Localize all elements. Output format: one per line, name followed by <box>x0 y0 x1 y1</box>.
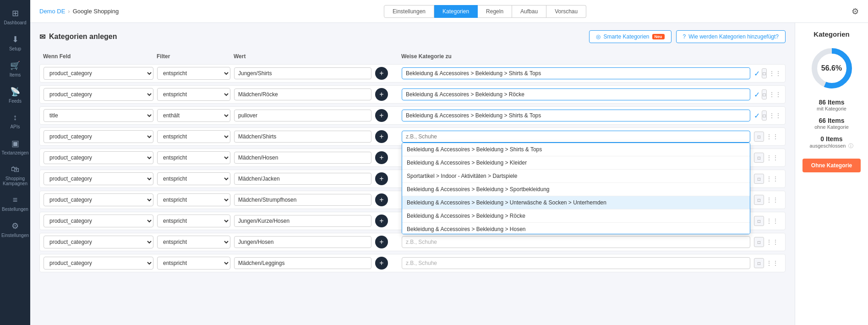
value-input-1[interactable] <box>234 67 371 79</box>
field-select-10[interactable]: product_category <box>44 257 153 270</box>
add-btn-10[interactable]: + <box>375 257 388 270</box>
nav-step-vorschau[interactable]: Vorschau <box>546 5 586 18</box>
drag-icon-2[interactable]: ⋮⋮ <box>769 91 781 98</box>
row-actions-9: □ ⋮⋮ <box>754 237 781 247</box>
field-select-4[interactable]: product_category <box>44 130 153 143</box>
filter-select-1[interactable]: entspricht <box>157 67 230 80</box>
sidebar-item-textanzeigen[interactable]: ▣ Textanzeigen <box>0 134 30 160</box>
value-input-7[interactable] <box>234 194 371 206</box>
field-select-7[interactable]: product_category <box>44 193 153 206</box>
topbar-right: ⚙ <box>852 6 859 17</box>
filter-select-6[interactable]: entspricht <box>157 172 230 185</box>
filter-select-8[interactable]: entspricht <box>157 215 230 227</box>
field-select-6[interactable]: product_category <box>44 172 153 185</box>
sidebar-item-items[interactable]: 🛒 Items <box>0 56 30 82</box>
drag-icon-5[interactable]: ⋮⋮ <box>766 154 779 161</box>
filter-select-3[interactable]: enthält <box>157 109 230 122</box>
value-input-4[interactable] <box>234 131 371 143</box>
category-input-10[interactable] <box>402 257 750 269</box>
drag-icon-4[interactable]: ⋮⋮ <box>766 133 779 140</box>
value-input-10[interactable] <box>234 257 371 269</box>
row-options-5[interactable]: □ <box>754 153 764 163</box>
field-select-9[interactable]: product_category <box>44 236 153 248</box>
add-btn-6[interactable]: + <box>375 172 388 185</box>
value-input-2[interactable] <box>234 88 371 100</box>
dropdown-item-5[interactable]: Bekleidung & Accessoires > Bekleidung > … <box>402 196 750 209</box>
add-btn-2[interactable]: + <box>375 88 388 101</box>
filter-select-7[interactable]: entspricht <box>157 193 230 206</box>
field-select-2[interactable]: product_category <box>44 88 153 101</box>
sidebar-item-apis[interactable]: ↕ APIs <box>0 108 30 134</box>
dropdown-item-7[interactable]: Bekleidung & Accessoires > Bekleidung > … <box>402 223 750 234</box>
add-btn-3[interactable]: + <box>375 109 388 122</box>
sidebar-item-einstellungen[interactable]: ⚙ Einstellungen <box>0 216 30 242</box>
field-select-5[interactable]: product_category <box>44 151 153 164</box>
value-input-3[interactable] <box>234 110 371 121</box>
add-btn-1[interactable]: + <box>375 67 388 80</box>
drag-icon-6[interactable]: ⋮⋮ <box>766 175 779 182</box>
row-options-10[interactable]: □ <box>754 258 764 268</box>
dropdown-item-1[interactable]: Bekleidung & Accessoires > Bekleidung > … <box>402 143 750 156</box>
value-input-5[interactable] <box>234 152 371 164</box>
help-button[interactable]: ? Wie werden Kategorien hinzugefügt? <box>676 30 786 43</box>
add-btn-8[interactable]: + <box>375 215 388 227</box>
sidebar-item-setup[interactable]: ⬇ Setup <box>0 30 30 56</box>
category-input-4[interactable] <box>402 131 750 143</box>
drag-icon-7[interactable]: ⋮⋮ <box>766 196 779 204</box>
dropdown-item-6[interactable]: Bekleidung & Accessoires > Bekleidung > … <box>402 209 750 223</box>
add-btn-9[interactable]: + <box>375 236 388 248</box>
filter-select-2[interactable]: entspricht <box>157 88 230 101</box>
row-options-1[interactable]: □ <box>762 68 767 78</box>
add-btn-4[interactable]: + <box>375 130 388 143</box>
filter-select-5[interactable]: entspricht <box>157 151 230 164</box>
nav-step-einstellungen[interactable]: Einstellungen <box>384 5 434 18</box>
dashboard-icon: ⊞ <box>12 8 19 18</box>
value-input-8[interactable] <box>234 215 371 227</box>
row-actions-1: ✓ □ ⋮⋮ <box>754 68 781 78</box>
dropdown-item-3[interactable]: Sportartikel > Indoor - Aktivitäten > Da… <box>402 170 750 183</box>
row-options-7[interactable]: □ <box>754 195 764 205</box>
row-options-8[interactable]: □ <box>754 216 764 226</box>
row-options-3[interactable]: □ <box>762 110 767 121</box>
category-input-2[interactable] <box>402 88 750 100</box>
field-select-1[interactable]: product_category <box>44 67 153 80</box>
nav-step-regeln[interactable]: Regeln <box>478 5 512 18</box>
sidebar-item-bestellungen[interactable]: ≡ Bestellungen <box>0 191 30 216</box>
dropdown-item-2[interactable]: Bekleidung & Accessoires > Bekleidung > … <box>402 156 750 170</box>
category-input-3[interactable] <box>402 110 750 121</box>
smart-categories-button[interactable]: ◎ Smarte Kategorien Neu <box>589 30 671 43</box>
drag-icon-9[interactable]: ⋮⋮ <box>766 238 779 246</box>
row-options-9[interactable]: □ <box>754 237 764 247</box>
dropdown-item-4[interactable]: Bekleidung & Accessoires > Bekleidung > … <box>402 183 750 196</box>
filter-select-9[interactable]: entspricht <box>157 236 230 248</box>
stat2-label: ohne Kategorie <box>814 124 849 130</box>
help-label: Wie werden Kategorien hinzugefügt? <box>688 33 779 40</box>
filter-select-10[interactable]: entspricht <box>157 257 230 270</box>
category-input-9[interactable] <box>402 236 750 248</box>
nav-step-aufbau[interactable]: Aufbau <box>512 5 546 18</box>
drag-icon-3[interactable]: ⋮⋮ <box>769 112 781 119</box>
drag-icon-1[interactable]: ⋮⋮ <box>769 70 781 77</box>
ohne-kategorie-button[interactable]: Ohne Kategorie <box>802 159 861 172</box>
info-icon[interactable]: ⓘ <box>848 143 853 149</box>
field-select-8[interactable]: product_category <box>44 215 153 227</box>
field-select-3[interactable]: title <box>44 109 153 122</box>
row-options-6[interactable]: □ <box>754 174 764 184</box>
breadcrumb-root[interactable]: Demo DE <box>39 8 65 15</box>
filter-select-4[interactable]: entspricht <box>157 130 230 143</box>
check-icon-2: ✓ <box>754 90 760 99</box>
category-input-1[interactable] <box>402 67 750 79</box>
drag-icon-10[interactable]: ⋮⋮ <box>766 259 779 267</box>
nav-step-kategorien[interactable]: Kategorien <box>434 5 478 18</box>
value-input-6[interactable] <box>234 173 371 185</box>
sidebar-item-shopping[interactable]: 🛍 Shopping Kampagnen <box>0 160 30 191</box>
add-btn-5[interactable]: + <box>375 151 388 164</box>
sidebar-item-feeds[interactable]: 📡 Feeds <box>0 82 30 108</box>
row-options-4[interactable]: □ <box>754 132 764 142</box>
value-input-9[interactable] <box>234 236 371 248</box>
add-btn-7[interactable]: + <box>375 193 388 206</box>
drag-icon-8[interactable]: ⋮⋮ <box>766 217 779 225</box>
row-options-2[interactable]: □ <box>762 89 767 99</box>
settings-icon[interactable]: ⚙ <box>852 6 859 17</box>
sidebar-item-dashboard[interactable]: ⊞ Dashboard <box>0 4 30 30</box>
